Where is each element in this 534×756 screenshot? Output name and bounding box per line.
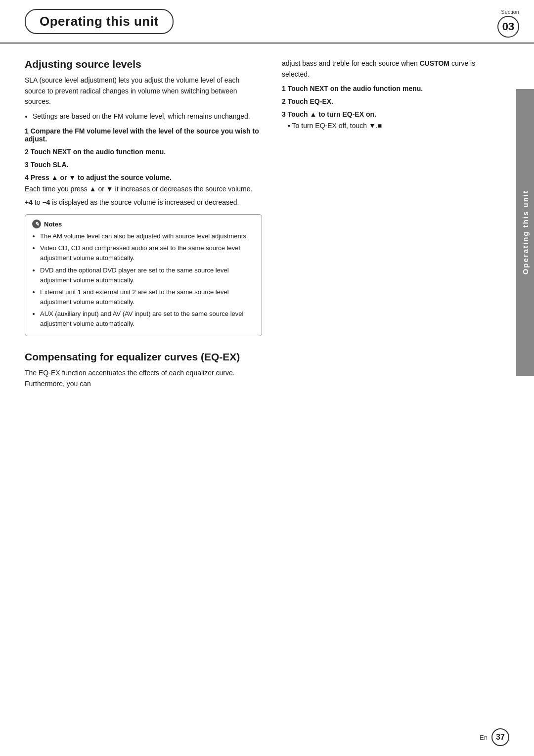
step4-body2-text: +4 to −4 is displayed as the source volu…: [25, 198, 239, 206]
section-label: Section: [501, 9, 519, 15]
left-column: Adjusting source levels SLA (source leve…: [25, 58, 262, 394]
notes-list: The AM volume level can also be adjusted…: [40, 231, 255, 329]
right-column: adjust bass and treble for each source w…: [282, 58, 499, 394]
main-content: Adjusting source levels SLA (source leve…: [0, 48, 534, 403]
section1-bullets: Settings are based on the FM volume leve…: [33, 111, 262, 122]
section2-heading: Compensating for equalizer curves (EQ-EX…: [25, 351, 262, 363]
page-header: Operating this unit Section 03: [0, 0, 534, 44]
step1: 1 Compare the FM volume level with the l…: [25, 127, 262, 143]
note-item-1: The AM volume level can also be adjusted…: [40, 231, 255, 241]
step2: 2 Touch NEXT on the audio function menu.: [25, 148, 262, 156]
step4: 4 Press ▲ or ▼ to adjust the source volu…: [25, 174, 262, 181]
sidebar-label: Operating this unit: [516, 89, 534, 376]
notes-box: ✎ Notes The AM volume level can also be …: [25, 214, 262, 336]
footer-page: 37: [491, 728, 509, 746]
right-step1: 1 Touch NEXT on the audio function menu.: [282, 85, 499, 92]
right-intro: adjust bass and treble for each source w…: [282, 58, 499, 80]
right-step3: 3 Touch ▲ to turn EQ-EX on.: [282, 110, 499, 118]
right-step3-note-text: To turn EQ-EX off, touch ▼.■: [292, 122, 382, 130]
note-item-2: Video CD, CD and compressed audio are se…: [40, 243, 255, 263]
section2-intro: The EQ-EX function accentuates the effec…: [25, 368, 262, 389]
page-title: Operating this unit: [25, 9, 174, 34]
note-item-3: DVD and the optional DVD player are set …: [40, 266, 255, 285]
step3: 3 Touch SLA.: [25, 161, 262, 169]
footer-lang: En: [480, 734, 488, 741]
note-item-5: AUX (auxiliary input) and AV (AV input) …: [40, 309, 255, 329]
sidebar-label-text: Operating this unit: [521, 190, 530, 274]
page-footer: En 37: [480, 728, 509, 746]
section-box: Section 03: [497, 9, 519, 38]
note-item-4: External unit 1 and external unit 2 are …: [40, 287, 255, 307]
section1-heading: Adjusting source levels: [25, 58, 262, 70]
notes-icon: ✎: [32, 220, 41, 228]
step4-body2: +4 to −4 is displayed as the source volu…: [25, 197, 262, 208]
step4-body1: Each time you press ▲ or ▼ it increases …: [25, 184, 262, 195]
right-step2: 2 Touch EQ-EX.: [282, 97, 499, 105]
notes-label: Notes: [44, 221, 62, 228]
notes-title: ✎ Notes: [32, 220, 255, 228]
section-number: 03: [497, 16, 519, 38]
right-step3-note: ▪ To turn EQ-EX off, touch ▼.■: [288, 121, 499, 132]
section1-intro: SLA (source level adjustment) lets you a…: [25, 75, 262, 107]
bullet-item: Settings are based on the FM volume leve…: [33, 111, 262, 122]
